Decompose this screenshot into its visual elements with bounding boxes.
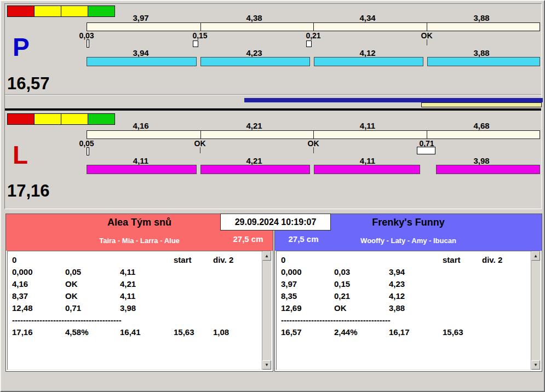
cell [65, 254, 120, 266]
lane-letter: L [13, 142, 28, 168]
split-time-label: 4,34 [340, 13, 395, 22]
segment-time-label: 3,98 [454, 156, 509, 165]
result-table: 0 start div. 2 0,000 0,03 3,94 3,97 0,15… [281, 254, 528, 338]
cell: 8,37 [12, 290, 65, 302]
bar-divider [427, 131, 427, 139]
scrollbar[interactable]: ▲ ▼ [262, 251, 271, 370]
dog-run-bar [87, 57, 197, 66]
cell: 3,88 [389, 302, 443, 314]
cell: 4,23 [389, 278, 443, 290]
start-column-header: start [174, 254, 213, 266]
lane-divider [5, 108, 541, 111]
traffic-cell-green [88, 6, 114, 16]
crossing-marker-label: 0,21 [291, 31, 335, 40]
scroll-up-icon[interactable]: ▲ [531, 251, 540, 261]
cell: 0,03 [334, 266, 389, 278]
cell: 3,98 [120, 302, 174, 314]
result-area[interactable]: 0 start div. 2 0,000 0,03 3,94 3,97 0,15… [276, 251, 541, 370]
split-time-label: 3,97 [113, 13, 168, 22]
total-net: 16,17 [389, 326, 443, 338]
table-row: 12,69 OK 3,88 [281, 302, 528, 314]
cell: 0,21 [334, 290, 389, 302]
dog-run-bar [314, 57, 423, 66]
traffic-light [7, 113, 115, 125]
segment-time-label: 4,12 [340, 48, 395, 57]
split-time-label: 4,38 [227, 13, 282, 22]
cell: 3,94 [389, 266, 443, 278]
split-bar [87, 22, 540, 31]
lane-total-time: 16,57 [7, 74, 50, 94]
split-time-label: 4,21 [227, 121, 282, 130]
segment-time-label: 3,94 [113, 48, 168, 57]
cell: 0,15 [334, 278, 389, 290]
scrollbar[interactable]: ▲ ▼ [531, 251, 540, 370]
datetime-display: 29.09.2024 10:19:07 [220, 214, 331, 230]
split-time-label: 4,16 [113, 121, 168, 130]
cell: 0,000 [281, 266, 334, 278]
div-column-header: div. 2 [213, 254, 259, 266]
crossing-marker-box [87, 39, 89, 48]
cell: 12,48 [12, 302, 65, 314]
lane-total-time: 17,16 [7, 181, 50, 201]
table-row: 0,000 0,03 3,94 [281, 266, 528, 278]
bar-divider [200, 131, 201, 139]
totals-row: 16,57 2,44% 16,17 15,63 [281, 326, 528, 338]
separator-row: ---------------------------------------- [281, 314, 528, 326]
scroll-up-icon[interactable]: ▲ [262, 251, 271, 261]
crossing-marker-tick [427, 39, 427, 45]
dog-run-bar [436, 165, 540, 174]
segment-time-label: 4,11 [113, 156, 168, 165]
scroll-down-icon[interactable]: ▼ [262, 360, 271, 370]
progress-bar-yellow [421, 102, 542, 107]
team-panel-left: Alea Tým snů Taira - Mia - Larra - Alue … [5, 214, 273, 372]
separator-row: ---------------------------------------- [12, 314, 259, 326]
table-row: 8,37 OK 4,11 [12, 290, 259, 302]
dog-run-bar [314, 165, 420, 174]
scroll-down-icon[interactable]: ▼ [531, 360, 540, 370]
total-percent: 4,58% [65, 326, 120, 338]
separator-dashes: ---------------------------------------- [12, 314, 259, 326]
cell: 4,11 [120, 266, 174, 278]
total-div [482, 326, 528, 338]
cell: OK [334, 302, 389, 314]
traffic-cell-red [8, 6, 35, 16]
total-net: 16,41 [120, 326, 174, 338]
cell: 0,000 [12, 266, 65, 278]
bar-divider [200, 23, 201, 31]
dog-run-bar [87, 165, 197, 174]
total-start: 15,63 [443, 326, 482, 338]
crossing-marker-box [193, 41, 198, 47]
crossing-marker-label: 0,05 [65, 139, 108, 148]
lane-separator-line [5, 94, 541, 95]
result-area[interactable]: 0 start div. 2 0,000 0,05 4,11 4,16 OK 4… [7, 251, 272, 370]
split-bar [87, 130, 540, 139]
traffic-cell-yellow-1 [35, 114, 61, 124]
cell: 0 [12, 254, 65, 266]
cell: 12,69 [281, 302, 334, 314]
cell: 0,05 [65, 266, 120, 278]
split-time-label: 4,68 [454, 121, 509, 130]
table-row: 12,48 0,71 3,98 [12, 302, 259, 314]
cell: 0,71 [65, 302, 120, 314]
cell: 4,21 [120, 278, 174, 290]
total-percent: 2,44% [334, 326, 389, 338]
traffic-cell-red [8, 114, 35, 124]
totals-row: 17,16 4,58% 16,41 15,63 1,08 [12, 326, 259, 338]
crossing-marker-label: OK [291, 139, 335, 148]
traffic-light [7, 5, 115, 17]
team-panel-right: Frenky's Funny Wooffy - Laty - Amy - Ibu… [274, 214, 542, 372]
crossing-marker-box [417, 147, 435, 154]
traffic-cell-yellow-1 [35, 6, 61, 16]
traffic-cell-yellow-2 [61, 114, 88, 124]
cell: 4,11 [120, 290, 174, 302]
cell [334, 254, 389, 266]
table-row: 3,97 0,15 4,23 [281, 278, 528, 290]
bar-divider [427, 23, 427, 31]
bar-divider [313, 23, 314, 31]
total-time: 17,16 [12, 326, 65, 338]
total-start: 15,63 [174, 326, 213, 338]
cell: 4,12 [389, 290, 443, 302]
cell: 0 [281, 254, 334, 266]
dog-run-bar [200, 57, 310, 66]
crossing-marker-label: OK [405, 31, 449, 40]
